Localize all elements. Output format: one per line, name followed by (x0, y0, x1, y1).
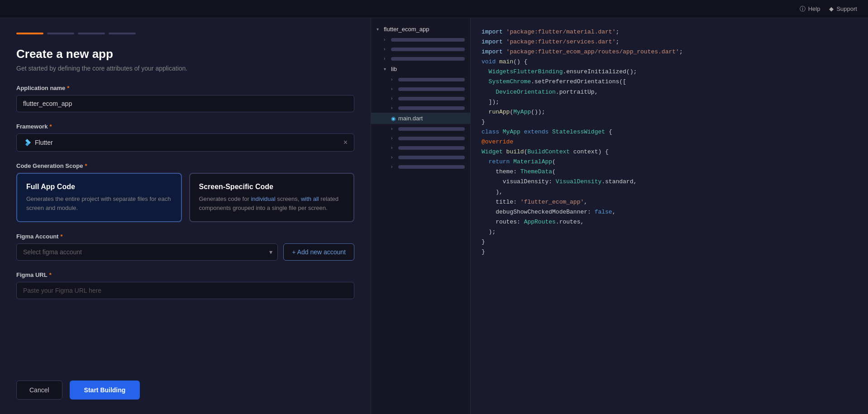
code-line: routes: AppRoutes.routes, (482, 217, 857, 227)
code-line: runApp(MyApp()); (482, 107, 857, 117)
code-line: import 'package:flutter/material.dart'; (482, 27, 857, 37)
code-editor: import 'package:flutter/material.dart';i… (471, 18, 868, 414)
tree-bar-2 (391, 48, 465, 51)
add-account-label: + Add new account (292, 248, 346, 256)
step-4 (109, 33, 136, 34)
figma-account-section: Figma Account * Select figma account ▾ +… (16, 233, 354, 261)
page-title: Create a new app (16, 47, 354, 61)
cancel-button[interactable]: Cancel (16, 381, 62, 400)
progress-steps (16, 33, 354, 34)
tree-lib-folder[interactable]: ▾ lib (371, 63, 470, 75)
figma-account-select[interactable]: Select figma account (16, 243, 278, 261)
tree-lib-bar-8 (398, 156, 465, 159)
code-line: class MyApp extends StatelessWidget { (482, 127, 857, 137)
help-icon: ⓘ (800, 5, 806, 13)
form-actions: Cancel Start Building (16, 370, 354, 400)
tree-item-3[interactable]: › (371, 54, 470, 63)
code-line: visualDensity: VisualDensity.standard, (482, 177, 857, 187)
lib-folder-name: lib (391, 66, 397, 72)
tree-bar-3 (391, 57, 465, 61)
tree-lib-item-1[interactable]: › (371, 75, 470, 84)
main-layout: Create a new app Get started by defining… (0, 18, 868, 414)
tree-lib-item-3[interactable]: › (371, 94, 470, 103)
code-line: SystemChrome.setPreferredOrientations([ (482, 77, 857, 87)
tree-lib-bar-4 (398, 106, 465, 110)
code-line: } (482, 247, 857, 257)
figma-url-input[interactable] (16, 282, 354, 299)
code-line: import 'package:flutter_ecom_app/routes/… (482, 47, 857, 57)
add-account-button[interactable]: + Add new account (283, 243, 354, 261)
tree-lib-item-5[interactable]: › (371, 124, 470, 133)
tree-lib-bar-3 (398, 97, 465, 100)
tree-lib-bar-6 (398, 137, 465, 140)
figma-row: Select figma account ▾ + Add new account (16, 243, 354, 261)
screen-specific-card[interactable]: Screen-Specific Code Generates code for … (189, 173, 355, 222)
scope-section: Code Generation Scope * Full App Code Ge… (16, 162, 354, 222)
clear-framework-button[interactable]: × (343, 138, 348, 147)
flutter-icon (23, 138, 31, 147)
code-line: } (482, 117, 857, 127)
code-line: Widget build(BuildContext context) { (482, 147, 857, 157)
framework-selector[interactable]: Flutter × (16, 133, 354, 152)
file-tree: ▾ flutter_ecom_app › › › ▾ lib › (371, 18, 471, 414)
code-line: @override (482, 137, 857, 147)
tree-main-dart[interactable]: ◉ main.dart (371, 113, 470, 124)
scope-label: Code Generation Scope * (16, 162, 354, 169)
tree-lib-item-9[interactable]: › (371, 162, 470, 171)
topbar: ⓘ Help ◆ Support (0, 0, 868, 18)
tree-lib-bar-2 (398, 87, 465, 91)
code-line: debugShowCheckedModeBanner: false, (482, 207, 857, 217)
tree-lib-item-4[interactable]: › (371, 103, 470, 113)
required-star-2: * (49, 123, 52, 130)
code-line: title: 'flutter_ecom_app', (482, 197, 857, 207)
tree-item-2[interactable]: › (371, 44, 470, 54)
figma-account-label: Figma Account * (16, 233, 354, 240)
full-app-title: Full App Code (26, 183, 172, 191)
scope-cards: Full App Code Generates the entire proje… (16, 173, 354, 222)
code-line: void main() { (482, 57, 857, 67)
framework-label: Framework * (16, 123, 354, 130)
form-panel: Create a new app Get started by defining… (0, 18, 371, 414)
figma-url-section: Figma URL * (16, 271, 354, 299)
app-name-label: Application name * (16, 85, 354, 91)
step-1 (16, 33, 43, 34)
full-app-card[interactable]: Full App Code Generates the entire proje… (16, 173, 182, 222)
app-name-input[interactable] (16, 95, 354, 112)
code-line: ]); (482, 97, 857, 107)
tree-lib-item-8[interactable]: › (371, 152, 470, 162)
framework-section: Framework * Flutter × (16, 123, 354, 152)
required-star-3: * (85, 162, 87, 169)
tree-lib-item-7[interactable]: › (371, 143, 470, 152)
step-2 (47, 33, 74, 34)
start-building-button[interactable]: Start Building (70, 381, 140, 400)
framework-value: Flutter (35, 139, 53, 146)
tree-lib-bar-5 (398, 127, 465, 131)
tree-item-1[interactable]: › (371, 35, 470, 44)
tree-lib-item-2[interactable]: › (371, 84, 470, 94)
screen-specific-title: Screen-Specific Code (199, 183, 345, 191)
code-line: } (482, 237, 857, 247)
required-star-5: * (49, 271, 52, 278)
right-panel: ▾ flutter_ecom_app › › › ▾ lib › (371, 18, 868, 414)
help-label: Help (808, 5, 820, 12)
framework-selected-value: Flutter (23, 138, 53, 147)
figma-url-label: Figma URL * (16, 271, 354, 278)
figma-select-wrapper: Select figma account ▾ (16, 243, 278, 261)
tree-lib-item-6[interactable]: › (371, 133, 470, 143)
code-line: WidgetsFlutterBinding.ensureInitialized(… (482, 67, 857, 77)
dart-file-icon: ◉ (391, 115, 396, 122)
support-button[interactable]: ◆ Support (829, 5, 857, 12)
help-button[interactable]: ⓘ Help (800, 5, 820, 13)
code-line: theme: ThemeData( (482, 167, 857, 177)
code-line: ); (482, 227, 857, 237)
tree-arrow-root: ▾ (377, 27, 381, 32)
tree-lib-bar-7 (398, 146, 465, 150)
page-subtitle: Get started by defining the core attribu… (16, 65, 354, 72)
tree-root[interactable]: ▾ flutter_ecom_app (371, 24, 470, 35)
root-folder-name: flutter_ecom_app (384, 26, 429, 33)
main-dart-name: main.dart (398, 115, 423, 122)
code-line: import 'package:flutter/services.dart'; (482, 37, 857, 47)
tree-bar-1 (391, 38, 465, 42)
app-name-section: Application name * (16, 85, 354, 112)
discord-icon: ◆ (829, 5, 834, 12)
